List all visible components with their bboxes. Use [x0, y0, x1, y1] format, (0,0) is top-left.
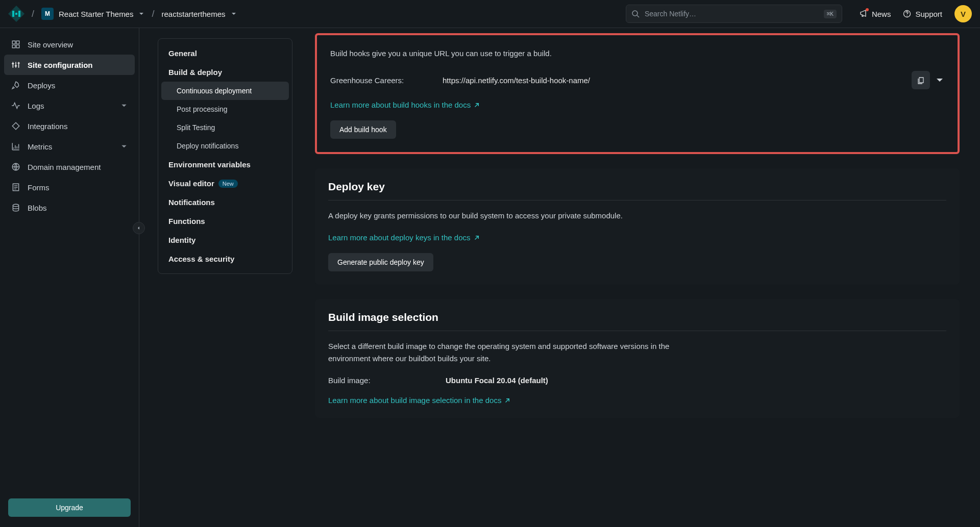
megaphone-icon — [860, 9, 868, 19]
support-label: Support — [915, 10, 942, 18]
search-shortcut: ⌘K — [824, 10, 837, 18]
link-label: Learn more about deploy keys in the docs — [328, 233, 471, 242]
sidebar-item-label: Metrics — [28, 142, 52, 151]
build-hooks-description: Build hooks give you a unique URL you ca… — [330, 47, 677, 60]
search-box[interactable]: ⌘K — [626, 5, 842, 23]
sidebar-item-site-overview[interactable]: Site overview — [4, 34, 135, 55]
add-build-hook-button[interactable]: Add build hook — [330, 120, 396, 139]
sidebar-item-label: Deploys — [28, 81, 55, 90]
sidebar-item-blobs[interactable]: Blobs — [4, 197, 135, 218]
external-link-icon — [504, 397, 510, 404]
subnav-general[interactable]: General — [161, 44, 289, 63]
top-links: News Support V — [860, 5, 972, 22]
subnav-post-processing[interactable]: Post processing — [161, 100, 289, 118]
search-icon — [631, 10, 640, 18]
generate-deploy-key-button[interactable]: Generate public deploy key — [328, 253, 433, 271]
sidebar-item-label: Blobs — [28, 204, 47, 212]
globe-icon — [11, 162, 20, 171]
upgrade-button[interactable]: Upgrade — [8, 498, 131, 517]
sidebar-item-label: Site overview — [28, 40, 73, 49]
subnav-identity[interactable]: Identity — [161, 231, 289, 249]
team-name: React Starter Themes — [59, 10, 133, 18]
sidebar-item-deploys[interactable]: Deploys — [4, 75, 135, 95]
diamond-icon — [11, 121, 20, 131]
sidebar-item-site-configuration[interactable]: Site configuration — [4, 55, 135, 75]
subnav-notifications[interactable]: Notifications — [161, 193, 289, 212]
subnav-environment-variables[interactable]: Environment variables — [161, 155, 289, 174]
sidebar-item-label: Domain management — [28, 163, 101, 171]
build-image-value: Ubuntu Focal 20.04 (default) — [446, 376, 946, 385]
external-link-icon — [474, 102, 480, 108]
deploy-key-title: Deploy key — [328, 181, 946, 200]
breadcrumb-site[interactable]: reactstarterthemes — [161, 10, 236, 18]
build-hook-row: Greenhouse Careers: https://api.netlify.… — [330, 71, 944, 89]
svg-point-0 — [632, 11, 638, 16]
team-badge: M — [41, 8, 54, 20]
subnav-visual-editor-label: Visual editor — [168, 179, 214, 188]
chevron-down-icon — [231, 11, 237, 17]
build-image-learn-more-link[interactable]: Learn more about build image selection i… — [328, 396, 510, 405]
new-badge: New — [218, 180, 238, 188]
subnav-visual-editor[interactable]: Visual editor New — [161, 174, 289, 193]
breadcrumb-separator: / — [32, 9, 34, 19]
topbar: / M React Starter Themes / reactstartert… — [0, 0, 980, 28]
subnav-functions[interactable]: Functions — [161, 212, 289, 231]
sidebar-item-label: Integrations — [28, 122, 67, 131]
subnav-panel: General Build & deploy Continuous deploy… — [139, 28, 301, 527]
sidebar-item-domain-management[interactable]: Domain management — [4, 157, 135, 177]
sliders-icon — [11, 60, 20, 69]
build-image-description: Select a different build image to change… — [328, 340, 675, 365]
build-image-label: Build image: — [328, 376, 446, 385]
subnav-deploy-notifications[interactable]: Deploy notifications — [161, 137, 289, 155]
svg-point-2 — [907, 15, 908, 16]
sidebar-item-label: Forms — [28, 183, 50, 192]
build-hooks-card: Build hooks give you a unique URL you ca… — [315, 33, 960, 154]
news-link[interactable]: News — [860, 9, 891, 19]
chevron-down-icon — [120, 143, 128, 150]
help-icon — [903, 10, 911, 18]
sidebar-item-metrics[interactable]: Metrics — [4, 136, 135, 157]
deploy-key-learn-more-link[interactable]: Learn more about deploy keys in the docs — [328, 233, 480, 242]
subnav-continuous-deployment[interactable]: Continuous deployment — [161, 82, 289, 100]
subnav-build-deploy[interactable]: Build & deploy — [161, 63, 289, 82]
sidebar-item-label: Site configuration — [28, 61, 93, 69]
chevron-down-icon — [138, 11, 144, 17]
build-hook-label: Greenhouse Careers: — [330, 76, 443, 85]
breadcrumb-team[interactable]: M React Starter Themes — [41, 8, 144, 20]
copy-button[interactable] — [912, 71, 930, 89]
sidebar-item-forms[interactable]: Forms — [4, 177, 135, 197]
logo[interactable] — [8, 6, 24, 22]
subnav-split-testing[interactable]: Split Testing — [161, 118, 289, 137]
external-link-icon — [474, 235, 480, 241]
build-hooks-learn-more-link[interactable]: Learn more about build hooks in the docs — [330, 101, 480, 109]
build-image-title: Build image selection — [328, 311, 946, 331]
subnav-access-security[interactable]: Access & security — [161, 249, 289, 268]
chevron-down-icon — [120, 102, 128, 109]
database-icon — [11, 203, 20, 212]
build-image-card: Build image selection Select a different… — [315, 299, 960, 418]
breadcrumb-separator: / — [152, 9, 154, 19]
svg-point-4 — [13, 204, 18, 207]
chart-icon — [11, 142, 20, 151]
deploy-key-card: Deploy key A deploy key grants permissio… — [315, 168, 960, 285]
chevron-left-icon — [136, 225, 141, 231]
link-label: Learn more about build hooks in the docs — [330, 101, 471, 109]
deploy-key-description: A deploy key grants permissions to our b… — [328, 210, 675, 222]
chevron-down-icon[interactable] — [935, 76, 944, 85]
site-name: reactstarterthemes — [161, 10, 225, 18]
build-image-row: Build image: Ubuntu Focal 20.04 (default… — [328, 376, 946, 385]
support-link[interactable]: Support — [903, 10, 942, 18]
grid-icon — [11, 40, 20, 49]
form-icon — [11, 183, 20, 192]
collapse-sidebar-handle[interactable] — [133, 222, 145, 234]
rocket-icon — [11, 81, 20, 90]
avatar-initial: V — [961, 10, 966, 18]
sidebar-item-label: Logs — [28, 102, 44, 110]
main-content: Build hooks give you a unique URL you ca… — [301, 28, 980, 527]
avatar[interactable]: V — [954, 5, 972, 22]
sidebar-item-integrations[interactable]: Integrations — [4, 116, 135, 136]
sidebar-item-logs[interactable]: Logs — [4, 95, 135, 116]
search-input[interactable] — [645, 10, 819, 18]
link-label: Learn more about build image selection i… — [328, 396, 501, 405]
news-label: News — [872, 10, 891, 18]
